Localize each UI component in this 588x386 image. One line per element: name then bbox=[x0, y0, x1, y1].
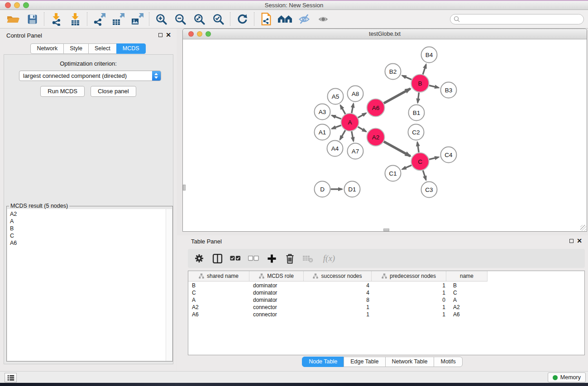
node-B[interactable]: B bbox=[411, 75, 429, 92]
tab-style[interactable]: Style bbox=[63, 43, 89, 54]
network-resize-grip[interactable] bbox=[580, 225, 586, 231]
mcds-result-scrollbar[interactable] bbox=[166, 209, 172, 361]
zoom-in-button[interactable] bbox=[152, 11, 171, 27]
edge-A-A6[interactable] bbox=[358, 113, 366, 118]
edge-A-A5[interactable] bbox=[340, 105, 345, 114]
edge-A6-B[interactable] bbox=[384, 89, 411, 103]
zoom-out-button[interactable] bbox=[171, 11, 190, 27]
tab-edge-table[interactable]: Edge Table bbox=[344, 357, 385, 367]
network-canvas[interactable]: B4B2BB3A5A8A6A3AB1A1C2A2A4A7C4CC1C3DD1 bbox=[183, 40, 587, 231]
select-all-rows-button[interactable] bbox=[229, 251, 242, 266]
node-C4[interactable]: C4 bbox=[441, 147, 457, 163]
show-task-history-button[interactable] bbox=[5, 373, 17, 382]
export-network-button[interactable] bbox=[90, 11, 109, 27]
tab-network-table[interactable]: Network Table bbox=[385, 357, 435, 367]
table-row[interactable]: A6connector11A6 bbox=[188, 311, 585, 318]
node-A6[interactable]: A6 bbox=[367, 99, 385, 117]
table-row[interactable]: A2connector11A2 bbox=[188, 304, 585, 311]
search-input[interactable] bbox=[460, 15, 583, 24]
mcds-result-item[interactable]: B bbox=[10, 225, 166, 232]
tab-network[interactable]: Network bbox=[30, 43, 64, 54]
node-A2[interactable]: A2 bbox=[367, 129, 385, 146]
edge-A2-C[interactable] bbox=[384, 142, 411, 156]
edge-B-B1[interactable] bbox=[418, 92, 419, 102]
column-header-name[interactable]: name bbox=[446, 271, 488, 281]
tab-node-table[interactable]: Node Table bbox=[302, 357, 344, 367]
edge-C-C4[interactable] bbox=[429, 157, 439, 159]
create-column-button[interactable] bbox=[265, 251, 278, 266]
export-image-button[interactable] bbox=[128, 11, 147, 27]
node-A4[interactable]: A4 bbox=[327, 141, 343, 157]
column-header-predecessor-nodes[interactable]: predecessor nodes bbox=[372, 271, 446, 281]
delete-column-button[interactable] bbox=[283, 251, 296, 266]
close-panel-button[interactable]: Close panel bbox=[91, 86, 136, 97]
refresh-view-button[interactable] bbox=[233, 11, 252, 27]
node-C1[interactable]: C1 bbox=[385, 166, 401, 181]
edge-B-B2[interactable] bbox=[402, 76, 412, 80]
network-graph[interactable]: B4B2BB3A5A8A6A3AB1A1C2A2A4A7C4CC1C3DD1 bbox=[183, 40, 587, 231]
float-panel-icon[interactable] bbox=[158, 33, 163, 37]
node-B2[interactable]: B2 bbox=[385, 64, 401, 80]
float-table-panel-icon[interactable] bbox=[569, 239, 574, 243]
node-A1[interactable]: A1 bbox=[315, 124, 330, 140]
mcds-result-item[interactable]: C bbox=[10, 232, 166, 239]
edge-B-B3[interactable] bbox=[429, 86, 439, 88]
import-table-button[interactable] bbox=[66, 11, 85, 27]
edge-A-A3[interactable] bbox=[332, 115, 341, 119]
show-columns-button[interactable] bbox=[210, 251, 224, 266]
node-D1[interactable]: D1 bbox=[344, 181, 360, 197]
import-network-button[interactable] bbox=[47, 11, 66, 27]
node-A3[interactable]: A3 bbox=[315, 104, 330, 120]
tab-motifs[interactable]: Motifs bbox=[434, 357, 462, 367]
export-table-button[interactable] bbox=[109, 11, 128, 27]
show-details-button[interactable] bbox=[314, 11, 333, 27]
node-A[interactable]: A bbox=[341, 114, 359, 131]
mcds-result-item[interactable]: A2 bbox=[10, 210, 166, 218]
mcds-result-item[interactable]: A6 bbox=[10, 239, 166, 247]
tab-mcds[interactable]: MCDS bbox=[116, 43, 146, 54]
optimization-criterion-dropdown[interactable]: largest connected component (directed) bbox=[19, 71, 161, 81]
edge-A-A4[interactable] bbox=[340, 130, 345, 140]
column-header-mcds-role[interactable]: MCDS role bbox=[249, 271, 304, 281]
node-A5[interactable]: A5 bbox=[328, 89, 344, 105]
edge-A-A2[interactable] bbox=[358, 127, 366, 131]
open-session-button[interactable] bbox=[4, 11, 23, 27]
column-header-shared-name[interactable]: shared name bbox=[188, 271, 249, 281]
node-A7[interactable]: A7 bbox=[348, 143, 363, 159]
table-row[interactable]: Cdominator41C bbox=[188, 289, 585, 296]
hide-details-button[interactable] bbox=[295, 11, 314, 27]
run-mcds-button[interactable]: Run MCDS bbox=[40, 86, 85, 97]
close-panel-icon[interactable]: ✕ bbox=[166, 33, 171, 38]
save-session-button[interactable] bbox=[23, 11, 42, 27]
node-C2[interactable]: C2 bbox=[408, 124, 424, 140]
node-B1[interactable]: B1 bbox=[409, 105, 425, 121]
network-document-button[interactable] bbox=[257, 11, 276, 27]
network-hscroll-thumb[interactable] bbox=[383, 229, 389, 231]
edge-C-C2[interactable] bbox=[417, 142, 419, 152]
table-row[interactable]: Adominator80A bbox=[188, 296, 585, 304]
mcds-result-item[interactable]: A bbox=[10, 218, 166, 225]
node-A8[interactable]: A8 bbox=[348, 86, 363, 102]
network-vscroll-thumb[interactable] bbox=[183, 185, 186, 191]
tab-select[interactable]: Select bbox=[88, 43, 117, 54]
edge-B-B4[interactable] bbox=[423, 64, 426, 74]
node-C3[interactable]: C3 bbox=[421, 182, 437, 198]
node-B3[interactable]: B3 bbox=[441, 82, 457, 98]
table-settings-button[interactable] bbox=[192, 251, 206, 266]
deselect-all-rows-button[interactable] bbox=[247, 251, 260, 266]
close-table-panel-icon[interactable]: ✕ bbox=[577, 238, 582, 243]
edge-A-A1[interactable] bbox=[332, 125, 341, 129]
edge-A-A7[interactable] bbox=[352, 131, 354, 141]
node-C[interactable]: C bbox=[411, 153, 429, 171]
edge-A-A8[interactable] bbox=[352, 104, 354, 113]
memory-button[interactable]: Memory bbox=[548, 372, 586, 382]
table-row[interactable]: Bdominator41B bbox=[188, 282, 585, 289]
zoom-selected-button[interactable] bbox=[209, 11, 228, 27]
node-B4[interactable]: B4 bbox=[421, 47, 437, 63]
home-views-button[interactable] bbox=[276, 11, 295, 27]
zoom-fit-button[interactable] bbox=[190, 11, 209, 27]
column-header-successor-nodes[interactable]: successor nodes bbox=[304, 271, 372, 281]
edge-C-C1[interactable] bbox=[402, 165, 412, 169]
node-D[interactable]: D bbox=[315, 181, 330, 197]
edge-C-C3[interactable] bbox=[423, 171, 426, 180]
